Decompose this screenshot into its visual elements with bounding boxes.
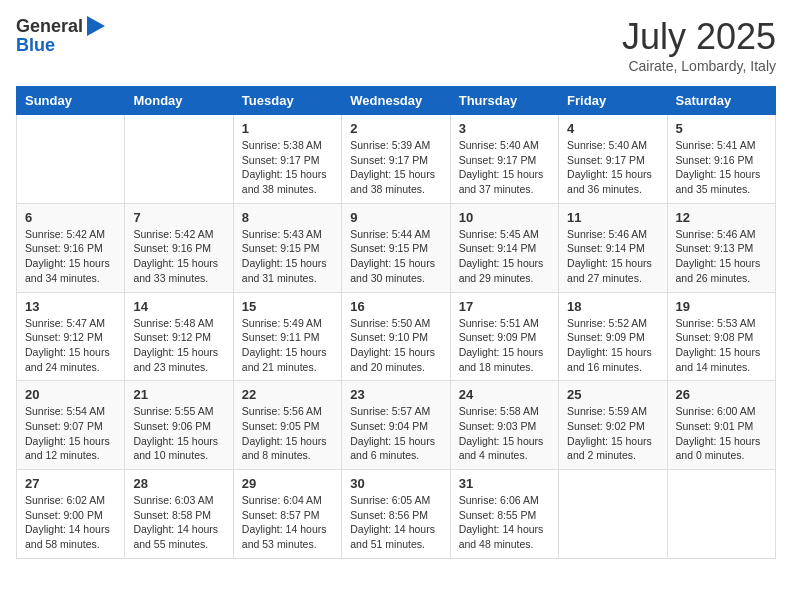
calendar-week-row: 1Sunrise: 5:38 AM Sunset: 9:17 PM Daylig… xyxy=(17,115,776,204)
day-info: Sunrise: 6:02 AM Sunset: 9:00 PM Dayligh… xyxy=(25,493,116,552)
calendar-cell: 15Sunrise: 5:49 AM Sunset: 9:11 PM Dayli… xyxy=(233,292,341,381)
day-number: 22 xyxy=(242,387,333,402)
calendar-cell: 16Sunrise: 5:50 AM Sunset: 9:10 PM Dayli… xyxy=(342,292,450,381)
logo-general-text: General xyxy=(16,16,83,37)
calendar-cell: 30Sunrise: 6:05 AM Sunset: 8:56 PM Dayli… xyxy=(342,470,450,559)
day-number: 31 xyxy=(459,476,550,491)
day-number: 21 xyxy=(133,387,224,402)
day-number: 10 xyxy=(459,210,550,225)
calendar-cell: 7Sunrise: 5:42 AM Sunset: 9:16 PM Daylig… xyxy=(125,203,233,292)
day-info: Sunrise: 6:05 AM Sunset: 8:56 PM Dayligh… xyxy=(350,493,441,552)
calendar-cell xyxy=(125,115,233,204)
logo-arrow-icon xyxy=(87,16,105,36)
day-info: Sunrise: 5:58 AM Sunset: 9:03 PM Dayligh… xyxy=(459,404,550,463)
calendar-cell: 9Sunrise: 5:44 AM Sunset: 9:15 PM Daylig… xyxy=(342,203,450,292)
day-info: Sunrise: 6:04 AM Sunset: 8:57 PM Dayligh… xyxy=(242,493,333,552)
day-info: Sunrise: 5:52 AM Sunset: 9:09 PM Dayligh… xyxy=(567,316,658,375)
day-info: Sunrise: 5:45 AM Sunset: 9:14 PM Dayligh… xyxy=(459,227,550,286)
day-number: 8 xyxy=(242,210,333,225)
calendar-cell: 5Sunrise: 5:41 AM Sunset: 9:16 PM Daylig… xyxy=(667,115,775,204)
day-of-week-header: Thursday xyxy=(450,87,558,115)
calendar-cell: 27Sunrise: 6:02 AM Sunset: 9:00 PM Dayli… xyxy=(17,470,125,559)
day-info: Sunrise: 5:59 AM Sunset: 9:02 PM Dayligh… xyxy=(567,404,658,463)
calendar-cell: 29Sunrise: 6:04 AM Sunset: 8:57 PM Dayli… xyxy=(233,470,341,559)
day-of-week-header: Saturday xyxy=(667,87,775,115)
calendar-cell: 24Sunrise: 5:58 AM Sunset: 9:03 PM Dayli… xyxy=(450,381,558,470)
day-of-week-header: Monday xyxy=(125,87,233,115)
day-info: Sunrise: 5:53 AM Sunset: 9:08 PM Dayligh… xyxy=(676,316,767,375)
calendar-cell: 21Sunrise: 5:55 AM Sunset: 9:06 PM Dayli… xyxy=(125,381,233,470)
day-number: 7 xyxy=(133,210,224,225)
day-info: Sunrise: 5:40 AM Sunset: 9:17 PM Dayligh… xyxy=(459,138,550,197)
day-number: 27 xyxy=(25,476,116,491)
title-section: July 2025 Cairate, Lombardy, Italy xyxy=(622,16,776,74)
calendar-week-row: 13Sunrise: 5:47 AM Sunset: 9:12 PM Dayli… xyxy=(17,292,776,381)
day-info: Sunrise: 5:46 AM Sunset: 9:14 PM Dayligh… xyxy=(567,227,658,286)
calendar-cell: 20Sunrise: 5:54 AM Sunset: 9:07 PM Dayli… xyxy=(17,381,125,470)
calendar-week-row: 27Sunrise: 6:02 AM Sunset: 9:00 PM Dayli… xyxy=(17,470,776,559)
day-info: Sunrise: 6:03 AM Sunset: 8:58 PM Dayligh… xyxy=(133,493,224,552)
day-info: Sunrise: 5:42 AM Sunset: 9:16 PM Dayligh… xyxy=(133,227,224,286)
calendar-cell: 19Sunrise: 5:53 AM Sunset: 9:08 PM Dayli… xyxy=(667,292,775,381)
day-number: 29 xyxy=(242,476,333,491)
calendar-cell: 6Sunrise: 5:42 AM Sunset: 9:16 PM Daylig… xyxy=(17,203,125,292)
calendar-cell xyxy=(17,115,125,204)
calendar-cell: 18Sunrise: 5:52 AM Sunset: 9:09 PM Dayli… xyxy=(559,292,667,381)
day-info: Sunrise: 5:42 AM Sunset: 9:16 PM Dayligh… xyxy=(25,227,116,286)
page-header: General Blue July 2025 Cairate, Lombardy… xyxy=(16,16,776,74)
calendar-cell: 25Sunrise: 5:59 AM Sunset: 9:02 PM Dayli… xyxy=(559,381,667,470)
day-number: 24 xyxy=(459,387,550,402)
calendar-header-row: SundayMondayTuesdayWednesdayThursdayFrid… xyxy=(17,87,776,115)
day-of-week-header: Tuesday xyxy=(233,87,341,115)
calendar-cell: 2Sunrise: 5:39 AM Sunset: 9:17 PM Daylig… xyxy=(342,115,450,204)
day-number: 25 xyxy=(567,387,658,402)
calendar-cell: 3Sunrise: 5:40 AM Sunset: 9:17 PM Daylig… xyxy=(450,115,558,204)
calendar-week-row: 6Sunrise: 5:42 AM Sunset: 9:16 PM Daylig… xyxy=(17,203,776,292)
day-number: 12 xyxy=(676,210,767,225)
day-number: 3 xyxy=(459,121,550,136)
day-info: Sunrise: 5:54 AM Sunset: 9:07 PM Dayligh… xyxy=(25,404,116,463)
calendar-cell: 22Sunrise: 5:56 AM Sunset: 9:05 PM Dayli… xyxy=(233,381,341,470)
day-number: 14 xyxy=(133,299,224,314)
day-info: Sunrise: 5:47 AM Sunset: 9:12 PM Dayligh… xyxy=(25,316,116,375)
month-title: July 2025 xyxy=(622,16,776,58)
logo: General Blue xyxy=(16,16,105,56)
day-info: Sunrise: 5:51 AM Sunset: 9:09 PM Dayligh… xyxy=(459,316,550,375)
day-number: 4 xyxy=(567,121,658,136)
day-info: Sunrise: 5:57 AM Sunset: 9:04 PM Dayligh… xyxy=(350,404,441,463)
day-of-week-header: Wednesday xyxy=(342,87,450,115)
calendar-cell xyxy=(559,470,667,559)
calendar-cell: 13Sunrise: 5:47 AM Sunset: 9:12 PM Dayli… xyxy=(17,292,125,381)
day-info: Sunrise: 5:48 AM Sunset: 9:12 PM Dayligh… xyxy=(133,316,224,375)
calendar-cell: 1Sunrise: 5:38 AM Sunset: 9:17 PM Daylig… xyxy=(233,115,341,204)
day-number: 5 xyxy=(676,121,767,136)
calendar-table: SundayMondayTuesdayWednesdayThursdayFrid… xyxy=(16,86,776,559)
location-text: Cairate, Lombardy, Italy xyxy=(622,58,776,74)
calendar-cell: 4Sunrise: 5:40 AM Sunset: 9:17 PM Daylig… xyxy=(559,115,667,204)
day-info: Sunrise: 6:06 AM Sunset: 8:55 PM Dayligh… xyxy=(459,493,550,552)
day-number: 11 xyxy=(567,210,658,225)
calendar-cell: 14Sunrise: 5:48 AM Sunset: 9:12 PM Dayli… xyxy=(125,292,233,381)
day-info: Sunrise: 5:44 AM Sunset: 9:15 PM Dayligh… xyxy=(350,227,441,286)
day-number: 23 xyxy=(350,387,441,402)
day-number: 26 xyxy=(676,387,767,402)
day-info: Sunrise: 5:46 AM Sunset: 9:13 PM Dayligh… xyxy=(676,227,767,286)
calendar-cell: 28Sunrise: 6:03 AM Sunset: 8:58 PM Dayli… xyxy=(125,470,233,559)
day-of-week-header: Friday xyxy=(559,87,667,115)
day-number: 6 xyxy=(25,210,116,225)
day-number: 17 xyxy=(459,299,550,314)
day-number: 28 xyxy=(133,476,224,491)
calendar-cell: 26Sunrise: 6:00 AM Sunset: 9:01 PM Dayli… xyxy=(667,381,775,470)
day-number: 30 xyxy=(350,476,441,491)
day-number: 2 xyxy=(350,121,441,136)
day-info: Sunrise: 5:39 AM Sunset: 9:17 PM Dayligh… xyxy=(350,138,441,197)
day-number: 20 xyxy=(25,387,116,402)
day-number: 19 xyxy=(676,299,767,314)
logo-blue-text: Blue xyxy=(16,35,55,56)
day-number: 9 xyxy=(350,210,441,225)
day-number: 18 xyxy=(567,299,658,314)
calendar-cell: 8Sunrise: 5:43 AM Sunset: 9:15 PM Daylig… xyxy=(233,203,341,292)
day-info: Sunrise: 5:55 AM Sunset: 9:06 PM Dayligh… xyxy=(133,404,224,463)
day-number: 16 xyxy=(350,299,441,314)
day-of-week-header: Sunday xyxy=(17,87,125,115)
